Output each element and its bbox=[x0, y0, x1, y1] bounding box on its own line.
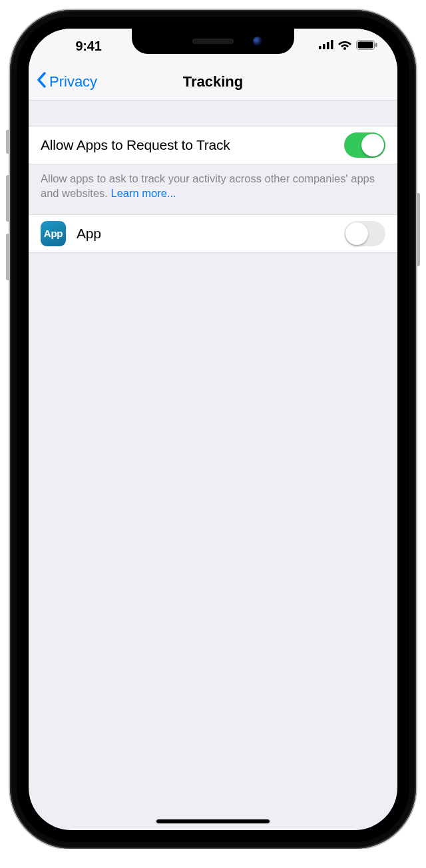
content: Allow Apps to Request to Track Allow app… bbox=[29, 101, 397, 253]
app-name-label: App bbox=[77, 226, 344, 242]
svg-rect-1 bbox=[323, 44, 325, 49]
svg-rect-6 bbox=[358, 41, 373, 48]
app-list: AppApp bbox=[29, 214, 397, 253]
svg-rect-0 bbox=[319, 46, 321, 49]
section-footer: Allow apps to ask to track your activity… bbox=[29, 164, 397, 214]
allow-tracking-toggle[interactable] bbox=[344, 132, 385, 158]
nav-bar: Privacy Tracking bbox=[29, 63, 397, 101]
app-row: AppApp bbox=[29, 214, 397, 253]
wifi-icon bbox=[337, 39, 352, 53]
svg-rect-3 bbox=[331, 40, 333, 49]
device-notch bbox=[132, 29, 294, 54]
app-tracking-toggle[interactable] bbox=[344, 221, 385, 246]
svg-rect-2 bbox=[327, 42, 329, 49]
home-indicator[interactable] bbox=[156, 819, 270, 823]
device-frame: 9:41 bbox=[10, 10, 416, 849]
chevron-left-icon bbox=[37, 72, 47, 92]
footer-text: Allow apps to ask to track your activity… bbox=[41, 172, 375, 199]
allow-tracking-label: Allow Apps to Request to Track bbox=[41, 137, 344, 153]
svg-rect-7 bbox=[375, 43, 377, 47]
app-icon: App bbox=[41, 221, 66, 246]
back-button[interactable]: Privacy bbox=[37, 72, 97, 92]
learn-more-link[interactable]: Learn more... bbox=[110, 187, 176, 199]
status-time: 9:41 bbox=[49, 39, 128, 54]
device-bezel: 9:41 bbox=[17, 17, 409, 842]
battery-icon bbox=[356, 40, 377, 53]
cellular-icon bbox=[319, 40, 333, 52]
allow-tracking-row: Allow Apps to Request to Track bbox=[29, 126, 397, 164]
screen: 9:41 bbox=[29, 29, 397, 830]
svg-point-4 bbox=[343, 47, 346, 50]
back-label: Privacy bbox=[49, 73, 97, 91]
